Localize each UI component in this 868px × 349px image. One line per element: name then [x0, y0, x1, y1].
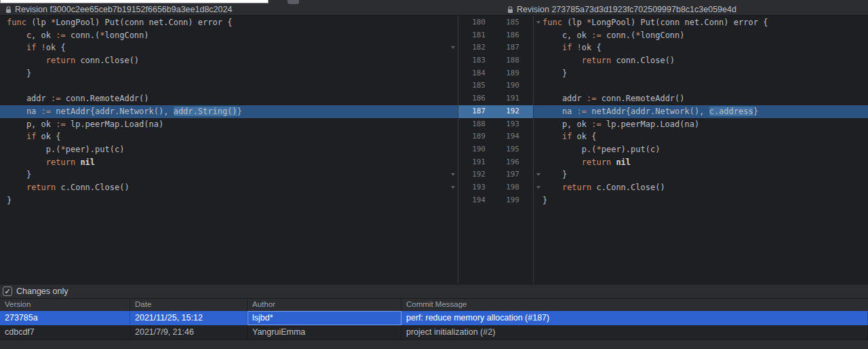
line-number-left: 184 [458, 67, 486, 80]
cell-message[interactable]: project initialization (#2) [401, 325, 868, 339]
code-line[interactable]: na := netAddr{addr.Network(), addr.Strin… [0, 105, 458, 118]
code-token: (lp [31, 18, 51, 27]
code-token: addr.String() [174, 107, 237, 116]
code-token: p.( [7, 145, 60, 154]
fold-icon[interactable] [536, 21, 540, 24]
code-line[interactable]: p.(*peer).put(c) [0, 143, 458, 156]
column-date[interactable]: Date [130, 299, 248, 311]
gutter-row: 192197 [458, 168, 533, 181]
cell-message[interactable]: perf: reduce memory allocation (#187) [401, 311, 868, 325]
fold-icon[interactable] [536, 186, 540, 189]
left-revision-header: Revision f3000c2ee65ceb7b19152f6656b9a3e… [5, 4, 232, 15]
code-line[interactable]: addr := conn.RemoteAddr() [534, 92, 868, 105]
cell-author[interactable]: lsjbd* [248, 311, 401, 325]
code-line[interactable]: func (lp *LongPool) Put(conn net.Conn) e… [0, 16, 458, 29]
code-token: := [51, 94, 60, 103]
changes-only-checkbox[interactable]: ✓ [3, 287, 12, 296]
line-number-left: 189 [458, 130, 486, 143]
code-line[interactable]: } [0, 194, 458, 207]
column-version[interactable]: Version [0, 299, 130, 311]
code-token: := [41, 107, 51, 116]
code-token: if [26, 43, 41, 52]
line-number-left: 186 [458, 92, 486, 105]
code-token: := [591, 120, 601, 129]
line-number-right: 199 [500, 194, 519, 207]
code-token: } [7, 170, 31, 179]
code-token: c.Conn.Close() [56, 183, 129, 192]
gutter-row: 194199 [458, 194, 533, 207]
code-token: return [46, 56, 75, 65]
code-token: } [237, 107, 242, 116]
code-line[interactable]: return conn.Close() [0, 54, 458, 67]
cell-author[interactable]: YangruiEmma [248, 325, 401, 339]
code-line[interactable]: p.(*peer).put(c) [534, 143, 868, 156]
code-line[interactable]: } [534, 67, 868, 80]
code-line[interactable]: p, ok := lp.peerMap.Load(na) [0, 118, 458, 131]
code-token: peer).put(c) [601, 145, 660, 154]
gutter-row: 188193 [458, 118, 533, 131]
code-token: * [60, 145, 65, 154]
code-line[interactable]: func (lp *LongPool) Put(conn net.Conn) e… [534, 16, 868, 29]
code-line[interactable]: return nil [534, 156, 868, 169]
cell-date[interactable]: 2021/11/25, 15:12 [130, 311, 248, 325]
right-editor[interactable]: func (lp *LongPool) Put(conn net.Conn) e… [534, 16, 868, 284]
cell-version[interactable]: cdbcdf7 [0, 325, 130, 339]
code-token: peer).put(c) [66, 145, 125, 154]
code-line[interactable]: } [0, 168, 458, 181]
code-line[interactable]: if ok { [534, 130, 868, 143]
code-line[interactable]: na := netAddr{addr.Network(), c.address} [534, 105, 868, 118]
line-number-left: 193 [458, 181, 486, 194]
code-token: ! [41, 43, 46, 52]
fold-icon[interactable] [451, 173, 455, 176]
code-line[interactable]: if !ok { [534, 41, 868, 54]
code-token: conn.( [601, 31, 636, 40]
code-line[interactable]: return c.Conn.Close() [534, 181, 868, 194]
history-table: 273785a2021/11/25, 15:12lsjbd*perf: redu… [0, 311, 868, 339]
code-token: := [587, 94, 596, 103]
code-line[interactable]: addr := conn.RemoteAddr() [0, 92, 458, 105]
fold-icon[interactable] [451, 46, 455, 49]
code-line[interactable] [0, 79, 458, 92]
code-token: conn.Close() [75, 56, 139, 65]
code-token [542, 183, 562, 192]
code-line[interactable]: if ok { [0, 130, 458, 143]
code-line[interactable] [534, 79, 868, 92]
code-line[interactable]: c, ok := conn.(*longConn) [0, 29, 458, 42]
code-token: c, ok [542, 31, 591, 40]
code-line[interactable]: c, ok := conn.(*longConn) [534, 29, 868, 42]
code-token: return [582, 56, 611, 65]
line-number-left: 191 [458, 156, 486, 169]
history-row[interactable]: 273785a2021/11/25, 15:12lsjbd*perf: redu… [0, 311, 868, 325]
code-line[interactable]: } [534, 168, 868, 181]
changes-only-label[interactable]: Changes only [16, 287, 68, 296]
code-token: longConn) [105, 31, 149, 40]
line-number-right: 192 [500, 105, 519, 118]
code-token: } [542, 69, 567, 78]
code-line[interactable]: } [0, 67, 458, 80]
line-number-left: 181 [458, 29, 486, 42]
cell-date[interactable]: 2021/7/9, 21:46 [130, 325, 248, 339]
code-token: addr [542, 94, 587, 103]
line-number-left: 194 [458, 194, 486, 207]
column-message[interactable]: Commit Message [401, 299, 868, 311]
cell-version[interactable]: 273785a [0, 311, 130, 325]
code-line[interactable]: if !ok { [0, 41, 458, 54]
code-token: LongPool) Put(conn net.Conn) error { [56, 18, 232, 27]
code-token: := [577, 107, 587, 116]
history-row[interactable]: cdbcdf72021/7/9, 21:46YangruiEmmaproject… [0, 325, 868, 339]
fold-icon[interactable] [536, 173, 540, 176]
code-token [7, 132, 26, 141]
code-line[interactable]: p, ok := lp.peerMap.Load(na) [534, 118, 868, 131]
code-line[interactable]: } [534, 194, 868, 207]
line-number-right: 188 [500, 54, 519, 67]
code-line[interactable]: return nil [0, 156, 458, 169]
code-token: } [7, 69, 31, 78]
code-line[interactable]: return c.Conn.Close() [0, 181, 458, 194]
left-editor[interactable]: func (lp *LongPool) Put(conn net.Conn) e… [0, 16, 458, 284]
fold-icon[interactable] [451, 186, 455, 189]
column-author[interactable]: Author [248, 299, 401, 311]
code-line[interactable]: return conn.Close() [534, 54, 868, 67]
code-token: nil [616, 158, 631, 167]
code-token: na [7, 107, 41, 116]
code-token: ok { [41, 132, 61, 141]
